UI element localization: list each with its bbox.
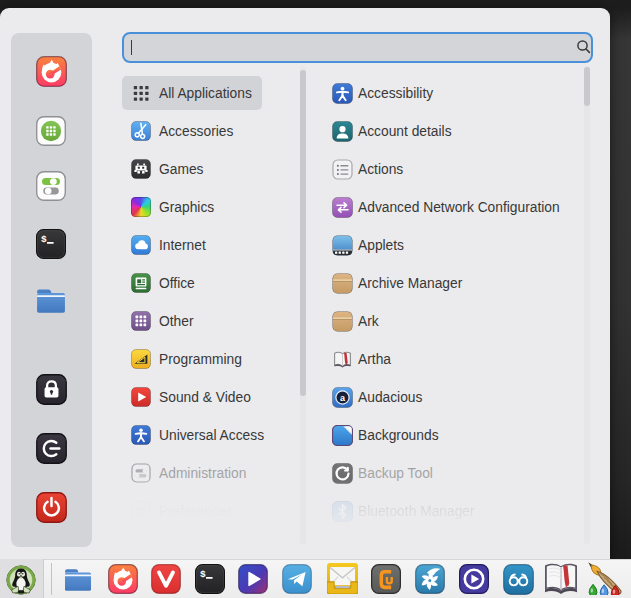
svg-text:$: $ — [200, 569, 206, 580]
svg-text:$: $ — [41, 234, 47, 245]
